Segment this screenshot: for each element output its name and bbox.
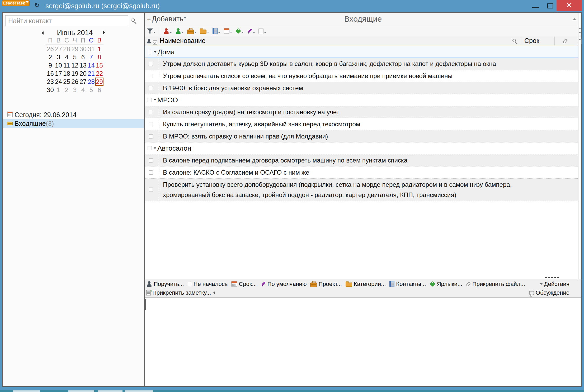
tag-dropdown[interactable]	[236, 28, 244, 34]
task-checkbox[interactable]	[148, 50, 152, 54]
task-row[interactable]: Из салона сразу (рядом) на техосмотр и п…	[145, 106, 578, 118]
calendar-day[interactable]: 15	[95, 61, 103, 69]
categories-button[interactable]: Категории...	[346, 281, 386, 288]
task-checkbox[interactable]	[149, 86, 153, 90]
calendar-day[interactable]: 21	[87, 69, 95, 78]
calendar-day[interactable]: 2	[46, 53, 54, 61]
calendar-day[interactable]: 11	[63, 61, 71, 69]
search-contact-input[interactable]: Найти контакт	[5, 15, 128, 26]
close-button[interactable]: ✕	[557, 0, 582, 11]
leadertask-menu-button[interactable]: LeaderTask	[2, 0, 30, 6]
task-row[interactable]: В МРЭО: взять справку о наличии прав (дл…	[145, 130, 578, 142]
triangle-down-icon[interactable]	[154, 147, 156, 149]
today-row[interactable]: Сегодня: 29.06.2014	[3, 111, 144, 119]
calendar-day[interactable]: 31	[87, 45, 95, 53]
calendar-day[interactable]: 29	[71, 45, 79, 53]
project-button[interactable]: Проект...	[310, 281, 342, 288]
calendar-day[interactable]: 6	[95, 86, 103, 94]
status-dropdown[interactable]	[258, 28, 266, 34]
calendar-day[interactable]: 7	[87, 53, 95, 61]
calendar-day[interactable]: 5	[87, 86, 95, 94]
calendar-day[interactable]: 26	[71, 78, 79, 86]
calendar-day[interactable]: 8	[95, 53, 103, 61]
calendar-day[interactable]: 28	[87, 78, 95, 86]
task-group-row[interactable]: Автосалон	[145, 142, 578, 154]
discussion-button[interactable]: Обсуждение	[529, 289, 569, 296]
task-checkbox[interactable]	[148, 98, 152, 102]
task-checkbox[interactable]	[149, 74, 153, 78]
search-icon[interactable]	[512, 39, 516, 42]
calendar-day[interactable]: 12	[71, 61, 79, 69]
task-checkbox[interactable]	[149, 122, 153, 126]
task-row[interactable]: В 19-00: в бокс для установки охранных с…	[145, 82, 578, 94]
task-row[interactable]: В салоне: КАСКО с Согласием и ОСАГО с ни…	[145, 166, 578, 179]
calendar-day[interactable]: 18	[63, 69, 71, 78]
calendar-day[interactable]: 13	[79, 61, 87, 69]
calendar-day[interactable]: 17	[54, 69, 63, 78]
task-checkbox[interactable]	[149, 188, 153, 192]
calendar-day[interactable]: 5	[71, 53, 79, 61]
calendar-day[interactable]: 10	[54, 61, 63, 69]
checkbox-checked-icon[interactable]	[153, 40, 157, 45]
scrollbar[interactable]	[578, 13, 581, 279]
filter-dropdown[interactable]	[147, 28, 156, 34]
taskbar[interactable]	[0, 390, 584, 392]
project-dropdown[interactable]	[187, 28, 196, 34]
calendar-day[interactable]: 9	[46, 61, 54, 69]
minimize-button[interactable]	[532, 7, 539, 8]
calendar-day[interactable]: 20	[79, 69, 87, 78]
calendar-day[interactable]: 4	[63, 53, 71, 61]
task-row[interactable]: Купить огнетушитель, аптечку, аварийный …	[145, 118, 578, 130]
calendar-day[interactable]: 3	[54, 53, 63, 61]
calendar-day[interactable]: 14	[87, 61, 95, 69]
default-marker-button[interactable]: По умолчанию	[261, 281, 307, 288]
task-checkbox[interactable]	[149, 158, 153, 162]
splitter-grip[interactable]	[545, 277, 559, 278]
calendar-day[interactable]: 2	[63, 86, 71, 94]
calendar-day[interactable]: 6	[79, 53, 87, 61]
maximize-button[interactable]	[547, 3, 553, 8]
calendar-day[interactable]: 25	[63, 78, 71, 86]
calendar-day[interactable]: 22	[95, 69, 103, 78]
assignee-green-dropdown[interactable]	[175, 28, 184, 34]
calendar-next-icon[interactable]	[103, 31, 105, 34]
date-dropdown[interactable]	[224, 28, 232, 34]
calendar-day[interactable]: 23	[46, 78, 54, 86]
column-name[interactable]: Наименование	[160, 37, 205, 45]
calendar-day[interactable]: 26	[46, 45, 54, 53]
task-row[interactable]: Утром распечатать список со всем, на что…	[145, 70, 578, 82]
assignee-red-dropdown[interactable]	[163, 28, 172, 34]
marker-dropdown[interactable]	[247, 28, 255, 34]
task-checkbox[interactable]	[149, 170, 153, 175]
contacts-dropdown[interactable]	[213, 28, 220, 34]
task-checkbox[interactable]	[149, 134, 153, 138]
calendar-day[interactable]: 19	[71, 69, 79, 78]
column-due[interactable]: Срок	[524, 37, 539, 45]
task-checkbox[interactable]	[149, 62, 153, 66]
task-row[interactable]: Утром должен доставить курьер 3D ковры в…	[145, 58, 578, 70]
attach-note-button[interactable]: Прикрепить заметку...	[146, 289, 215, 296]
task-group-row[interactable]: Дома	[145, 46, 578, 58]
calendar-day[interactable]: 4	[79, 86, 87, 94]
sync-icon[interactable]: ↻	[34, 2, 40, 9]
labels-button[interactable]: Ярлыки...	[430, 281, 462, 288]
calendar-day[interactable]: 1	[54, 86, 63, 94]
search-icon[interactable]	[131, 18, 135, 22]
triangle-down-icon[interactable]	[154, 51, 157, 53]
task-checkbox[interactable]	[149, 110, 153, 114]
triangle-down-icon[interactable]	[154, 99, 156, 101]
task-row[interactable]: В салоне перед подписанием договора осмо…	[145, 154, 578, 166]
calendar-day[interactable]: 30	[79, 45, 87, 53]
calendar-day[interactable]: 24	[54, 78, 63, 86]
calendar-day[interactable]: 28	[63, 45, 71, 53]
attach-file-button[interactable]: Прикрепить файл...	[466, 281, 525, 288]
contacts-button[interactable]: Контакты...	[389, 281, 426, 288]
triangle-up-icon[interactable]	[573, 18, 576, 20]
calendar-day[interactable]: 27	[79, 78, 87, 86]
calendar-day[interactable]: 27	[54, 45, 63, 53]
calendar-day[interactable]: 16	[46, 69, 54, 78]
actions-button[interactable]: Действия	[540, 281, 569, 288]
note-input-area[interactable]	[145, 298, 581, 386]
calendar-day[interactable]: 3	[71, 86, 79, 94]
paperclip-icon[interactable]	[563, 39, 568, 44]
